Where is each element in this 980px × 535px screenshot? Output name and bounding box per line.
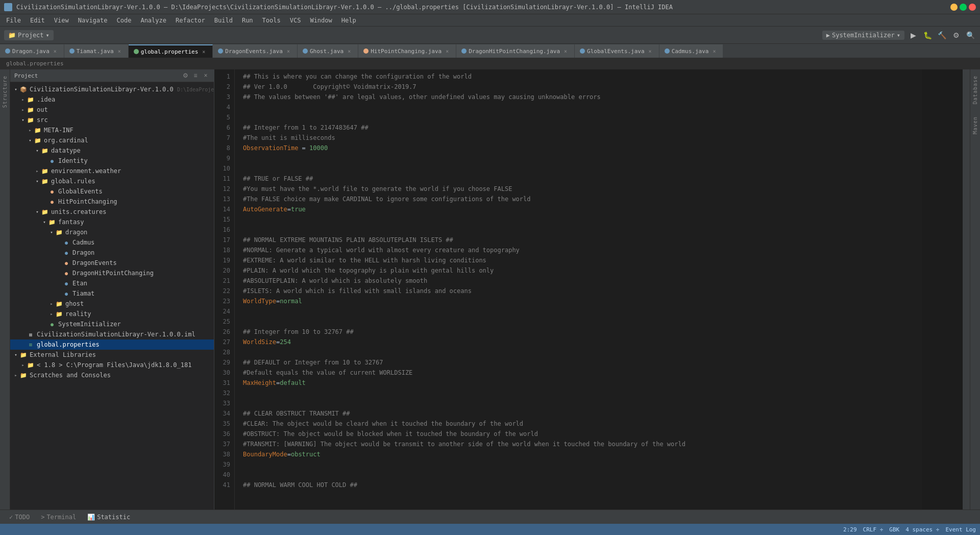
tab-3[interactable]: DragonEvents.java× <box>213 44 298 58</box>
menu-item-help[interactable]: Help <box>337 16 360 25</box>
comment-text-17: ## NORMAL EXTREME MOUNTAINS PLAIN ABSOLU… <box>243 236 453 244</box>
database-tab[interactable]: Database <box>971 74 979 106</box>
tab-4[interactable]: Ghost.java× <box>298 44 358 58</box>
tree-item-15[interactable]: ●Cadmus <box>10 237 214 248</box>
run-button[interactable]: ▶ <box>908 30 919 41</box>
tab-close-5[interactable]: × <box>444 47 451 55</box>
tree-label-7: Identity <box>58 157 88 164</box>
tree-item-10[interactable]: ●GlobalEvents <box>10 186 214 197</box>
tree-icon-6: 📁 <box>41 147 49 155</box>
tree-item-22[interactable]: ▸📁reality <box>10 309 214 319</box>
tree-extra-0: D:\IdeaProjects\CivilizationSimulationLi… <box>177 87 214 92</box>
tab-6[interactable]: DragonHitPointChanging.java× <box>456 44 575 58</box>
tree-item-26[interactable]: ▾📁External Libraries <box>10 350 214 360</box>
tab-close-6[interactable]: × <box>562 47 569 55</box>
code-line-20: #PLAIN: A world which the topography is … <box>235 265 922 276</box>
tab-2[interactable]: global.properties× <box>129 44 213 58</box>
tree-item-24[interactable]: ■CivilizationSimulationLibrayr-Ver.1.0.0… <box>10 329 214 339</box>
settings-button[interactable]: ⚙ <box>950 30 962 41</box>
maven-tab[interactable]: Maven <box>971 114 979 136</box>
menu-item-tools[interactable]: Tools <box>258 16 285 25</box>
sidebar-action-2[interactable]: ≡ <box>191 71 200 80</box>
tree-item-3[interactable]: ▾📁src <box>10 115 214 125</box>
tab-close-0[interactable]: × <box>52 47 59 55</box>
menu-item-window[interactable]: Window <box>306 16 336 25</box>
tree-item-12[interactable]: ▾📁units.creatures <box>10 207 214 217</box>
tree-item-11[interactable]: ●HitPointChanging <box>10 197 214 207</box>
menu-item-navigate[interactable]: Navigate <box>74 16 112 25</box>
tree-item-17[interactable]: ●DragonEvents <box>10 258 214 268</box>
tree-item-23[interactable]: ●SystemInitializer <box>10 319 214 329</box>
tree-item-27[interactable]: ▸📁< 1.8 > C:\Program Files\Java\jdk1.8.0… <box>10 360 214 370</box>
line-num-29: 29 <box>218 357 230 368</box>
minimize-button[interactable] <box>950 4 958 11</box>
tree-item-0[interactable]: ▾📦CivilizationSimulationLibrayr-Ver.1.0.… <box>10 84 214 94</box>
menu-item-vcs[interactable]: VCS <box>286 16 305 25</box>
tree-item-8[interactable]: ▸📁environment.weather <box>10 166 214 176</box>
tab-1[interactable]: Tiamat.java× <box>64 44 129 58</box>
sidebar-action-1[interactable]: ⚙ <box>181 71 189 80</box>
run-config-selector[interactable]: ▶ SystemInitializer ▾ <box>822 31 904 40</box>
code-view[interactable]: ## This is where you can change the conf… <box>235 69 922 509</box>
tree-item-1[interactable]: ▸📁.idea <box>10 94 214 105</box>
tab-7[interactable]: GlobalEvents.java× <box>575 44 659 58</box>
menu-item-run[interactable]: Run <box>238 16 257 25</box>
comment-text-20: #PLAIN: A world which the topography is … <box>243 267 494 274</box>
tree-arrow-15 <box>55 239 62 246</box>
menu-item-refactor[interactable]: Refactor <box>172 16 209 25</box>
tab-0[interactable]: Dragon.java× <box>0 44 64 58</box>
tree-item-13[interactable]: ▾📁fantasy <box>10 217 214 227</box>
bottom-tab-statistic[interactable]: 📊Statistic <box>82 512 135 522</box>
menu-item-build[interactable]: Build <box>210 16 237 25</box>
project-selector[interactable]: 📁 Project ▾ <box>4 30 54 40</box>
tab-close-4[interactable]: × <box>346 47 353 55</box>
tree-icon-13: 📁 <box>48 218 56 226</box>
tree-item-6[interactable]: ▾📁datatype <box>10 145 214 156</box>
tree-item-14[interactable]: ▾📁dragon <box>10 227 214 237</box>
event-log[interactable]: Event Log <box>945 526 976 533</box>
tab-5[interactable]: HitPointChanging.java× <box>358 44 456 58</box>
tab-close-1[interactable]: × <box>116 47 123 55</box>
tab-8[interactable]: Cadmus.java× <box>659 44 724 58</box>
tree-item-2[interactable]: ▸📁out <box>10 105 214 115</box>
tree-label-24: CivilizationSimulationLibrayr-Ver.1.0.0.… <box>37 331 195 338</box>
tab-close-2[interactable]: × <box>200 48 207 55</box>
tree-icon-11: ● <box>48 198 56 206</box>
tree-item-25[interactable]: ≡global.properties <box>10 339 214 350</box>
bottom-tab-todo[interactable]: ✓TODO <box>4 512 35 522</box>
tree-icon-12: 📁 <box>41 208 49 216</box>
tab-close-7[interactable]: × <box>647 47 654 55</box>
menu-item-view[interactable]: View <box>50 16 73 25</box>
line-num-31: 31 <box>218 378 230 388</box>
tree-item-16[interactable]: ●Dragon <box>10 248 214 258</box>
search-button[interactable]: 🔍 <box>965 30 976 41</box>
line-num-26: 26 <box>218 327 230 337</box>
menu-item-code[interactable]: Code <box>113 16 136 25</box>
code-line-5 <box>235 112 922 123</box>
bottom-tab-icon-1: > <box>41 514 44 521</box>
tab-close-3[interactable]: × <box>285 47 292 55</box>
tree-item-7[interactable]: ●Identity <box>10 156 214 166</box>
tree-item-21[interactable]: ▸📁ghost <box>10 299 214 309</box>
maximize-button[interactable] <box>960 4 967 11</box>
tree-item-19[interactable]: ●Etan <box>10 278 214 288</box>
build-button[interactable]: 🔨 <box>936 30 947 41</box>
tab-close-8[interactable]: × <box>710 47 718 55</box>
menu-item-edit[interactable]: Edit <box>26 16 49 25</box>
tree-item-20[interactable]: ●Tiamat <box>10 288 214 299</box>
tree-item-18[interactable]: ●DragonHitPointChanging <box>10 268 214 278</box>
menu-item-file[interactable]: File <box>2 16 25 25</box>
sidebar-action-3[interactable]: × <box>202 71 210 80</box>
tree-item-4[interactable]: ▸📁META-INF <box>10 125 214 135</box>
menu-item-analyze[interactable]: Analyze <box>136 16 170 25</box>
structure-tab[interactable]: Structure <box>1 74 9 110</box>
tree-label-18: DragonHitPointChanging <box>72 270 154 277</box>
tree-item-28[interactable]: ▸📁Scratches and Consoles <box>10 370 214 380</box>
comment-text-2: ## Ver 1.0.0 Copyright© Voidmatrix-2019.… <box>243 83 416 90</box>
close-button[interactable] <box>969 4 976 11</box>
tree-item-5[interactable]: ▾📁org.cardinal <box>10 135 214 145</box>
bottom-tab-terminal[interactable]: >Terminal <box>36 512 81 522</box>
tree-item-9[interactable]: ▾📁global.rules <box>10 176 214 186</box>
val-31: default <box>280 379 306 386</box>
debug-button[interactable]: 🐛 <box>922 30 933 41</box>
